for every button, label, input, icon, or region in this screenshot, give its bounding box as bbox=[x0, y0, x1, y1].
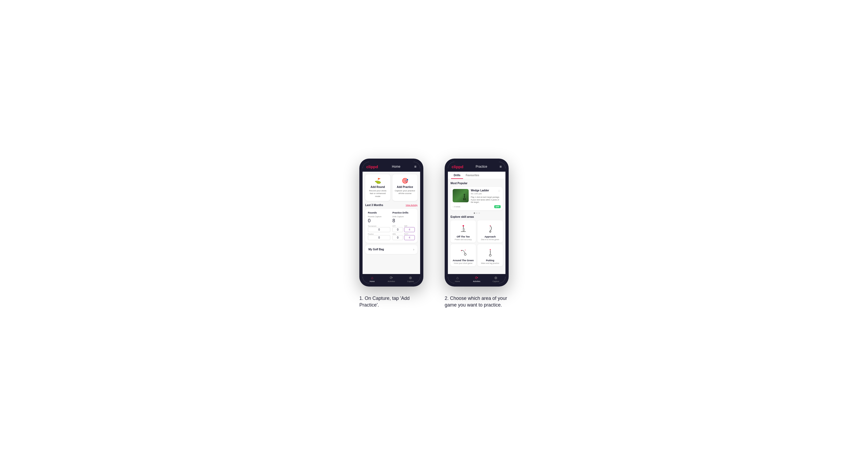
home2-nav-label: Home bbox=[455, 280, 460, 282]
putt-value: 4 bbox=[404, 235, 415, 240]
putting-name: Putting bbox=[479, 259, 501, 262]
activities2-nav-label: Activities bbox=[473, 280, 480, 282]
nav2-activities[interactable]: ⟳ Activities bbox=[467, 276, 486, 282]
drills-col: Practice Drills Drills Capture 8 OTT 0 bbox=[393, 211, 415, 240]
off-the-tee-name: Off The Tee bbox=[453, 236, 474, 238]
page-container: clippd Home ≡ ⛳ Add Round Record your sh… bbox=[359, 159, 509, 308]
phone2-screen: clippd Practice ≡ Drills Favourites Most… bbox=[448, 162, 505, 283]
svg-point-7 bbox=[490, 231, 491, 232]
phone1-caption: 1. On Capture, tap 'Add Practice'. bbox=[359, 295, 423, 308]
nav-home[interactable]: ⌂ Home bbox=[363, 276, 382, 282]
svg-point-4 bbox=[463, 225, 464, 226]
rounds-capture-value: 0 bbox=[368, 218, 390, 224]
rounds-col: Rounds Rounds Capture 0 Tournament 0 bbox=[368, 211, 390, 240]
rounds-sub-stats: Tournament 0 Practice 0 bbox=[368, 225, 390, 240]
dot-1 bbox=[474, 213, 475, 214]
skill-card-approach[interactable]: Approach Dial-in to hit the green bbox=[477, 220, 503, 243]
my-golf-bag-card[interactable]: My Golf Bag › bbox=[365, 245, 417, 254]
approach-name: Approach bbox=[479, 236, 501, 238]
svg-rect-2 bbox=[463, 198, 464, 200]
rounds-sub-row2: Practice 0 bbox=[368, 233, 390, 240]
phone2-frame: clippd Practice ≡ Drills Favourites Most… bbox=[445, 159, 509, 286]
atg-name: Around The Green bbox=[453, 259, 474, 262]
add-practice-icon: 🎯 bbox=[395, 178, 415, 184]
atg-icon-area bbox=[453, 247, 474, 258]
stats-card: Rounds Rounds Capture 0 Tournament 0 bbox=[365, 209, 417, 243]
add-practice-title: Add Practice bbox=[395, 186, 415, 188]
add-round-title: Add Round bbox=[367, 186, 388, 188]
nav-activities[interactable]: ⟳ Activities bbox=[382, 276, 401, 282]
phone1-content: ⛳ Add Round Record your shots fast or en… bbox=[363, 172, 420, 274]
skill-card-around-the-green[interactable]: Around The Green Hone your short game bbox=[451, 244, 476, 266]
drills-capture-label: Drills Capture bbox=[393, 216, 415, 218]
hamburger-icon[interactable]: ≡ bbox=[414, 164, 416, 169]
drills-row2: ARG 0 PUTT 4 bbox=[393, 233, 415, 240]
svg-point-12 bbox=[489, 254, 491, 256]
activities-icon: ⟳ bbox=[390, 276, 393, 280]
most-popular-title: Most Popular bbox=[451, 182, 503, 185]
dot-3 bbox=[478, 213, 480, 214]
ott-box: OTT 0 bbox=[393, 225, 403, 232]
dot-2 bbox=[476, 213, 477, 214]
drills-title: Practice Drills bbox=[393, 211, 415, 214]
featured-title: Wedge Ladder bbox=[471, 189, 501, 192]
svg-point-9 bbox=[464, 253, 466, 255]
svg-point-13 bbox=[490, 249, 491, 250]
activities2-icon: ⟳ bbox=[475, 276, 478, 280]
last-3-months-label: Last 3 Months bbox=[365, 204, 383, 207]
skill-card-putting[interactable]: Putting Make and lag practice bbox=[477, 244, 503, 266]
tournament-label: Tournament bbox=[368, 225, 390, 227]
nav2-capture[interactable]: ⊕ Capture bbox=[486, 276, 505, 282]
tournament-value: 0 bbox=[368, 227, 390, 232]
phone2-title: Practice bbox=[475, 165, 487, 168]
capture2-nav-label: Capture bbox=[493, 280, 499, 282]
add-practice-card[interactable]: 🎯 Add Practice Capture your practice off… bbox=[393, 174, 417, 201]
activities-nav-label: Activities bbox=[388, 280, 395, 282]
practice-box: Practice 0 bbox=[368, 233, 390, 240]
capture-icon: ⊕ bbox=[409, 276, 412, 280]
approach-icon-area bbox=[479, 223, 501, 234]
tabs-bar: Drills Favourites bbox=[448, 172, 505, 179]
arg-label: ARG bbox=[393, 233, 403, 235]
phone2-bottom-nav: ⌂ Home ⟳ Activities ⊕ Capture bbox=[448, 274, 505, 283]
phone2-hamburger-icon[interactable]: ≡ bbox=[500, 164, 502, 169]
skill-grid: Off The Tee Power and accuracy bbox=[451, 220, 503, 266]
rounds-title: Rounds bbox=[368, 211, 390, 214]
app-box: APP 4 bbox=[404, 225, 415, 232]
capture-nav-label: Capture bbox=[407, 280, 414, 282]
atg-desc: Hone your short game bbox=[453, 262, 474, 264]
drills-row1: OTT 0 APP 4 bbox=[393, 225, 415, 232]
featured-card[interactable]: ☆ Wedge Ladder bbox=[451, 187, 503, 210]
nav2-home[interactable]: ⌂ Home bbox=[448, 276, 467, 282]
phone1-screen: clippd Home ≡ ⛳ Add Round Record your sh… bbox=[363, 162, 420, 283]
rounds-capture-label: Rounds Capture bbox=[368, 216, 390, 218]
stats-row: Rounds Rounds Capture 0 Tournament 0 bbox=[368, 211, 415, 240]
phone1-section: clippd Home ≡ ⛳ Add Round Record your sh… bbox=[359, 159, 423, 308]
my-bag-title: My Golf Bag bbox=[368, 248, 384, 251]
phone1-title: Home bbox=[392, 165, 400, 168]
arg-value: 0 bbox=[393, 235, 403, 240]
practice-content: Most Popular ☆ bbox=[448, 179, 505, 274]
explore-title: Explore skill areas bbox=[451, 215, 503, 218]
featured-info: Wedge Ladder 50–100 yds Play 1 shot at e… bbox=[471, 189, 501, 204]
phone1-frame: clippd Home ≡ ⛳ Add Round Record your sh… bbox=[359, 159, 423, 286]
ott-label: OTT bbox=[393, 225, 403, 227]
app-label: APP bbox=[404, 225, 415, 227]
phone2-logo: clippd bbox=[452, 164, 463, 169]
tab-drills[interactable]: Drills bbox=[451, 172, 463, 179]
svg-point-11 bbox=[465, 249, 466, 251]
shots-count: 9 shots bbox=[454, 206, 460, 208]
view-activity-link[interactable]: View Activity bbox=[406, 204, 417, 206]
off-the-tee-icon-area bbox=[453, 223, 474, 234]
home-icon: ⌂ bbox=[371, 276, 373, 280]
skill-card-off-the-tee[interactable]: Off The Tee Power and accuracy bbox=[451, 220, 476, 243]
putting-icon-area bbox=[479, 247, 501, 258]
nav-capture[interactable]: ⊕ Capture bbox=[401, 276, 420, 282]
practice-value: 0 bbox=[368, 235, 390, 240]
phone2-section: clippd Practice ≡ Drills Favourites Most… bbox=[445, 159, 509, 308]
add-round-card[interactable]: ⛳ Add Round Record your shots fast or en… bbox=[365, 174, 390, 201]
approach-desc: Dial-in to hit the green bbox=[479, 239, 501, 241]
tab-favourites[interactable]: Favourites bbox=[463, 172, 482, 179]
svg-rect-1 bbox=[464, 195, 465, 198]
arg-box: ARG 0 bbox=[393, 233, 403, 240]
